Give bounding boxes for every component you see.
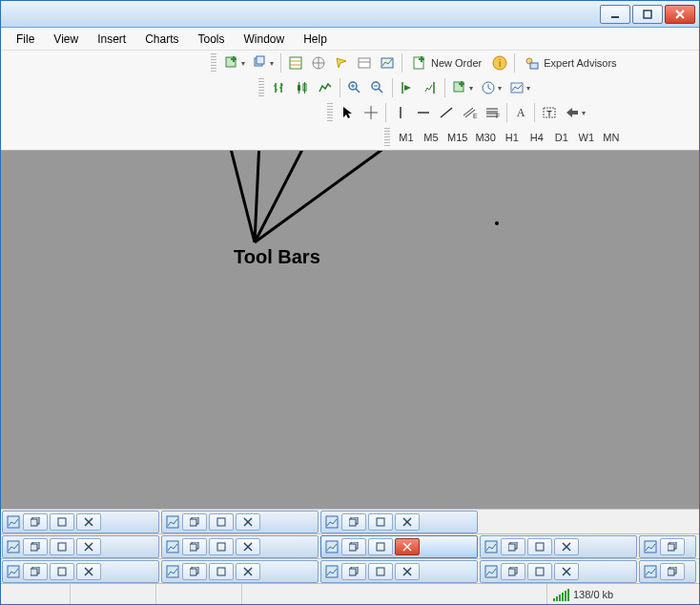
close-icon[interactable] — [395, 513, 420, 531]
restore-icon[interactable] — [23, 563, 48, 580]
indicators-button[interactable]: ▾ — [448, 77, 477, 98]
close-icon[interactable] — [236, 563, 260, 580]
crosshair-button[interactable] — [360, 102, 382, 123]
minimize-button[interactable] — [600, 5, 630, 24]
fibonacci-button[interactable]: F — [481, 102, 504, 123]
close-icon[interactable] — [236, 538, 260, 555]
horizontal-line-button[interactable] — [412, 102, 435, 123]
terminal-button[interactable] — [353, 52, 376, 73]
line-chart-button[interactable] — [314, 77, 337, 98]
timeframe-w1[interactable]: W1 — [574, 127, 599, 148]
restore-icon[interactable] — [182, 563, 207, 580]
restore-icon[interactable] — [23, 538, 48, 555]
chart-tab[interactable] — [161, 560, 319, 583]
close-icon[interactable] — [236, 513, 260, 531]
close-icon[interactable] — [76, 513, 101, 531]
chart-tab[interactable] — [320, 560, 478, 583]
chart-tab[interactable] — [161, 535, 319, 558]
close-icon[interactable] — [395, 538, 420, 555]
maximize-icon[interactable] — [209, 563, 234, 580]
maximize-icon[interactable] — [368, 513, 393, 531]
timeframe-m15[interactable]: M15 — [443, 127, 471, 148]
chart-tab[interactable] — [480, 560, 637, 583]
text-label-button[interactable]: T — [538, 102, 561, 123]
restore-icon[interactable] — [182, 538, 207, 555]
restore-icon[interactable] — [660, 563, 685, 580]
arrows-button[interactable]: ▾ — [561, 102, 589, 123]
cursor-button[interactable] — [337, 102, 360, 123]
templates-button[interactable]: ▾ — [505, 77, 534, 98]
periodicity-button[interactable]: ▾ — [477, 77, 505, 98]
close-icon[interactable] — [395, 563, 420, 580]
chart-shift-button[interactable] — [419, 77, 442, 98]
timeframe-h1[interactable]: H1 — [500, 127, 525, 148]
zoom-in-button[interactable] — [343, 77, 366, 98]
equidistant-channel-button[interactable]: E — [458, 102, 481, 123]
bar-chart-button[interactable] — [268, 77, 291, 98]
maximize-icon[interactable] — [527, 563, 552, 580]
metaeditor-button[interactable]: i — [488, 52, 511, 73]
chart-tab[interactable] — [480, 535, 637, 558]
new-chart-button[interactable]: ▾ — [220, 52, 249, 73]
chart-tab[interactable] — [2, 511, 159, 533]
timeframe-h4[interactable]: H4 — [525, 127, 549, 148]
restore-icon[interactable] — [501, 538, 525, 555]
navigator-button[interactable] — [330, 52, 353, 73]
maximize-icon[interactable] — [50, 513, 74, 531]
grip-icon[interactable] — [384, 128, 390, 147]
chart-tab[interactable] — [639, 535, 696, 558]
maximize-icon[interactable] — [209, 538, 234, 555]
close-icon[interactable] — [76, 563, 101, 580]
grip-icon[interactable] — [258, 78, 264, 97]
chart-tab[interactable] — [320, 511, 478, 533]
vertical-line-button[interactable] — [389, 102, 412, 123]
maximize-icon[interactable] — [50, 563, 74, 580]
data-window-button[interactable] — [307, 52, 330, 73]
auto-scroll-button[interactable] — [396, 77, 419, 98]
timeframe-d1[interactable]: D1 — [549, 127, 574, 148]
menu-charts[interactable]: Charts — [135, 30, 188, 49]
candlestick-chart-button[interactable] — [291, 77, 314, 98]
timeframe-mn[interactable]: MN — [599, 127, 624, 148]
trendline-button[interactable] — [435, 102, 458, 123]
chart-tab[interactable] — [161, 511, 319, 533]
restore-icon[interactable] — [341, 513, 366, 531]
new-order-button[interactable]: New Order — [405, 52, 488, 73]
menu-insert[interactable]: Insert — [88, 30, 135, 49]
maximize-icon[interactable] — [368, 538, 393, 555]
maximize-icon[interactable] — [50, 538, 74, 555]
restore-icon[interactable] — [660, 538, 685, 555]
timeframe-m1[interactable]: M1 — [394, 127, 419, 148]
menu-window[interactable]: Window — [235, 30, 295, 49]
strategy-tester-button[interactable] — [376, 52, 399, 73]
text-button[interactable]: A — [510, 102, 531, 123]
expert-advisors-button[interactable]: Expert Advisors — [518, 52, 623, 73]
profiles-button[interactable]: ▾ — [249, 52, 278, 73]
maximize-button[interactable] — [632, 5, 663, 24]
maximize-icon[interactable] — [209, 513, 234, 531]
zoom-out-button[interactable] — [366, 77, 389, 98]
chart-tab[interactable] — [2, 535, 159, 558]
timeframe-m5[interactable]: M5 — [419, 127, 443, 148]
grip-icon[interactable] — [211, 53, 216, 73]
menu-help[interactable]: Help — [294, 30, 337, 49]
maximize-icon[interactable] — [527, 538, 552, 555]
close-button[interactable] — [665, 5, 695, 24]
restore-icon[interactable] — [341, 563, 366, 580]
timeframe-m30[interactable]: M30 — [471, 127, 499, 148]
maximize-icon[interactable] — [368, 563, 393, 580]
restore-icon[interactable] — [182, 513, 207, 531]
chart-tab[interactable] — [2, 560, 159, 583]
menu-tools[interactable]: Tools — [189, 30, 235, 49]
close-icon[interactable] — [554, 563, 579, 580]
chart-tab[interactable] — [639, 560, 696, 583]
market-watch-button[interactable] — [284, 52, 307, 73]
menu-view[interactable]: View — [44, 30, 88, 49]
close-icon[interactable] — [76, 538, 101, 555]
grip-icon[interactable] — [327, 103, 333, 122]
restore-icon[interactable] — [501, 563, 525, 580]
menu-file[interactable]: File — [7, 30, 44, 49]
restore-icon[interactable] — [23, 513, 48, 531]
restore-icon[interactable] — [341, 538, 366, 555]
chart-tab-active[interactable] — [320, 535, 478, 558]
